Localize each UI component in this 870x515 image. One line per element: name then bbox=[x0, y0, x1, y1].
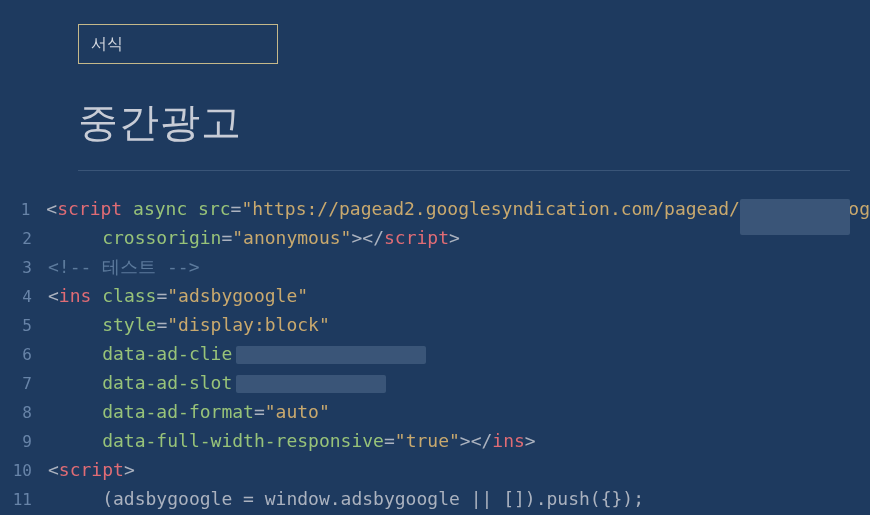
line-number: 6 bbox=[0, 341, 48, 369]
code-content: data-ad-clie bbox=[48, 340, 870, 368]
code-line: 9 data-full-width-responsive="true"></in… bbox=[0, 427, 870, 456]
line-number: 5 bbox=[0, 312, 48, 340]
line-number: 11 bbox=[0, 486, 48, 514]
line-number: 4 bbox=[0, 283, 48, 311]
line-number: 10 bbox=[0, 457, 48, 485]
code-line: 5 style="display:block" bbox=[0, 311, 870, 340]
format-label: 서식 bbox=[91, 34, 123, 55]
line-number: 7 bbox=[0, 370, 48, 398]
code-line: 2 crossorigin="anonymous"></script> bbox=[0, 224, 870, 253]
code-line: 8 data-ad-format="auto" bbox=[0, 398, 870, 427]
code-line: 3 <!-- 테스트 --> bbox=[0, 253, 870, 282]
code-line: 11 (adsbygoogle = window.adsbygoogle || … bbox=[0, 485, 870, 514]
code-content: <!-- 테스트 --> bbox=[48, 253, 870, 281]
redacted-block bbox=[236, 346, 426, 364]
code-line: 10 <script> bbox=[0, 456, 870, 485]
code-content: style="display:block" bbox=[48, 311, 870, 339]
code-line: 7 data-ad-slot bbox=[0, 369, 870, 398]
code-content: crossorigin="anonymous"></script> bbox=[48, 224, 870, 252]
line-number: 8 bbox=[0, 399, 48, 427]
line-number: 9 bbox=[0, 428, 48, 456]
code-content: <script> bbox=[48, 456, 870, 484]
divider bbox=[78, 170, 850, 171]
code-content: data-full-width-responsive="true"></ins> bbox=[48, 427, 870, 455]
code-editor[interactable]: 1 <script async src="https://pagead2.goo… bbox=[0, 195, 870, 514]
code-content: data-ad-slot bbox=[48, 369, 870, 397]
code-line: 4 <ins class="adsbygoogle" bbox=[0, 282, 870, 311]
line-number: 3 bbox=[0, 254, 48, 282]
redacted-block bbox=[236, 375, 386, 393]
code-content: <ins class="adsbygoogle" bbox=[48, 282, 870, 310]
code-content: <script async src="https://pagead2.googl… bbox=[46, 195, 870, 223]
code-line: 6 data-ad-clie bbox=[0, 340, 870, 369]
line-number: 2 bbox=[0, 225, 48, 253]
code-line: 1 <script async src="https://pagead2.goo… bbox=[0, 195, 870, 224]
line-number: 1 bbox=[0, 196, 46, 224]
page-title: 중간광고 bbox=[78, 95, 242, 150]
format-box[interactable]: 서식 bbox=[78, 24, 278, 64]
code-content: (adsbygoogle = window.adsbygoogle || [])… bbox=[48, 485, 870, 513]
code-content: data-ad-format="auto" bbox=[48, 398, 870, 426]
